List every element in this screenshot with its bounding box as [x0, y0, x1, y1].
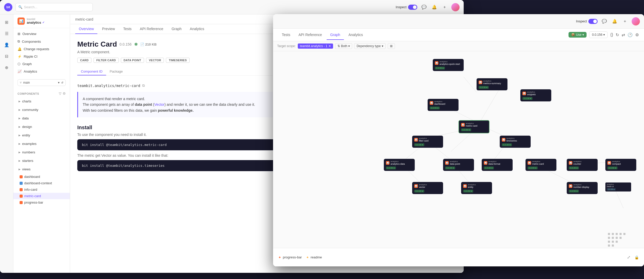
- filter-dep-type-dropdown[interactable]: Dependency type ▾: [354, 43, 385, 49]
- graph-node-analytics-quick-start[interactable]: 📊 analytics analytics-quick-start 0.0.56…: [433, 59, 464, 71]
- graph-use-button[interactable]: 📦 Use ▾: [569, 32, 587, 38]
- sidebar-item-components[interactable]: ⧉ Components: [13, 38, 70, 45]
- graph-node-snippets[interactable]: 📊 analytics snippets 0.0.36 ●: [520, 89, 551, 101]
- graph-plus-icon[interactable]: +: [621, 18, 629, 25]
- sidebar-item-change-requests[interactable]: 🔔 Change requests: [13, 45, 70, 53]
- graph-user-avatar[interactable]: [632, 17, 640, 25]
- bottom-progress-bar[interactable]: ✦ progress-bar: [278, 255, 302, 259]
- tag-data-point[interactable]: DATA POINT: [121, 58, 144, 63]
- graph-node-entity[interactable]: 📊 analytics entity 0.0.56 ●: [461, 182, 492, 194]
- bottom-readme[interactable]: ✦ readme: [306, 255, 322, 259]
- sidebar-item-graph[interactable]: ⬡ Graph: [13, 60, 70, 68]
- tab-graph[interactable]: Graph: [168, 24, 185, 34]
- icon-bar-crosshair[interactable]: ⊕: [2, 63, 11, 72]
- icon-bar-table[interactable]: ⊟: [2, 51, 11, 61]
- group-views-item[interactable]: ▶ views: [13, 166, 70, 172]
- graph-node-number-display[interactable]: 📊 analytics number-display 0.0.56 ●: [567, 182, 598, 194]
- icon-bar-home[interactable]: ⊞: [2, 18, 11, 27]
- leaf-dashboard[interactable]: dashboard: [13, 173, 70, 180]
- leaf-info-card[interactable]: info-card: [13, 186, 70, 193]
- tag-timeseries[interactable]: TIMESERIES: [166, 58, 190, 63]
- group-examples-item[interactable]: ▶ examples: [13, 141, 70, 147]
- group-entity-item[interactable]: ▶ entity: [13, 132, 70, 138]
- graph-node-base-ui[interactable]: analytics base-ui 0.0.36 ●: [605, 182, 631, 191]
- bell-icon[interactable]: 🔔: [431, 4, 438, 11]
- graph-sliders-icon[interactable]: ⚙: [635, 32, 639, 37]
- filter-scope-chip[interactable]: teambit.analytics - 1 ✕: [298, 43, 333, 49]
- plus-icon[interactable]: +: [441, 4, 448, 11]
- branch-selector[interactable]: ⑂ main ▾ ↺: [18, 79, 66, 86]
- filter-icon[interactable]: ▽: [59, 92, 62, 95]
- user-avatar[interactable]: [451, 3, 460, 11]
- inspect-toggle-pill[interactable]: [408, 5, 417, 10]
- group-charts-item[interactable]: ▶ charts: [13, 98, 70, 104]
- graph-node-data-format[interactable]: 📊 analytics data-format 0.0.36 ●: [482, 159, 513, 171]
- settings-icon[interactable]: ⚙: [63, 92, 66, 95]
- group-community-item[interactable]: ▶ community: [13, 107, 70, 113]
- tag-card[interactable]: CARD: [77, 58, 91, 63]
- graph-refresh-icon[interactable]: ↻: [616, 32, 619, 37]
- graph-node-counter[interactable]: 📊 analytics counter 0.0.36 ●: [567, 159, 598, 171]
- leaf-metric-card[interactable]: metric-card: [13, 193, 70, 199]
- group-data-item[interactable]: ▶ data: [13, 115, 70, 121]
- svg-rect-22: [620, 237, 622, 239]
- graph-code-icon[interactable]: {}: [610, 32, 613, 37]
- lock-icon[interactable]: 🔒: [634, 255, 639, 259]
- graph-node-dashboard[interactable]: 📊 analytics dashboard 0.0.56 ●: [428, 99, 459, 111]
- graph-tab-graph[interactable]: Graph: [327, 30, 344, 40]
- graph-tab-api[interactable]: API Reference: [295, 30, 326, 40]
- graph-canvas[interactable]: 📊 analytics analytics-quick-start 0.0.56…: [273, 51, 644, 262]
- tag-filter-card[interactable]: FILTER CARD: [94, 58, 119, 63]
- group-design-item[interactable]: ▶ design: [13, 124, 70, 130]
- filter-close-icon[interactable]: ✕: [328, 44, 331, 48]
- leaf-dashboard-context[interactable]: dashboard-context: [13, 180, 70, 186]
- graph-chat-icon[interactable]: 💬: [601, 18, 608, 25]
- icon-bar-layers[interactable]: ☰: [2, 29, 11, 38]
- graph-node-vector[interactable]: 📊 analytics vector 0.0.36 ●: [412, 182, 443, 194]
- tab-overview[interactable]: Overview: [75, 24, 97, 34]
- sidebar-item-ripple-ci[interactable]: ⚡ Ripple CI: [13, 53, 70, 60]
- tab-api-reference[interactable]: API Reference: [136, 24, 167, 34]
- tab-analytics[interactable]: Analytics: [186, 24, 208, 34]
- graph-bell-icon[interactable]: 🔔: [611, 18, 618, 25]
- tag-vector[interactable]: VECTOR: [146, 58, 164, 63]
- tab-preview[interactable]: Preview: [98, 24, 118, 34]
- chat-icon[interactable]: 💬: [420, 4, 428, 11]
- group-data: ▶ data: [13, 114, 70, 123]
- graph-node-metric-card-2[interactable]: 📊 analytics metric-card 0.0.56 ●: [526, 159, 556, 171]
- sidebar-item-overview[interactable]: ⊞ Overview: [13, 30, 70, 38]
- graph-toggle-pill[interactable]: [588, 19, 598, 24]
- graph-node-timeseries[interactable]: 📊 analytics timeseries 0.0.36 ●: [500, 136, 531, 148]
- sidebar-item-analytics[interactable]: 📈 Analytics: [13, 68, 70, 75]
- graph-node-filter-card[interactable]: 📊 analytics filter-card 0.0.36 ●: [412, 136, 443, 148]
- graph-tab-tests[interactable]: Tests: [278, 30, 294, 40]
- sidebar-logo: 📊: [18, 18, 25, 25]
- app-logo: bit: [4, 3, 12, 11]
- graph-inspect-toggle[interactable]: Inspect: [576, 19, 598, 24]
- group-numbers-item[interactable]: ▶ numbers: [13, 149, 70, 155]
- icon-bar-person[interactable]: 👤: [2, 40, 11, 49]
- graph-tab-analytics[interactable]: Analytics: [345, 30, 367, 40]
- graph-top-bar: Inspect 💬 🔔 +: [273, 14, 644, 29]
- graph-node-metrics-summary[interactable]: 📊 analytics metrics-summary 0.0.36 ●: [477, 78, 507, 90]
- graph-node-compact[interactable]: 📊 analytics compact 0.0.56 ●: [605, 159, 636, 171]
- package-tab[interactable]: Package: [106, 68, 126, 75]
- graph-version-selector[interactable]: 0.0.156 ▾: [589, 31, 608, 38]
- tab-tests[interactable]: Tests: [120, 24, 135, 34]
- graph-history-icon[interactable]: 🕐: [628, 32, 633, 37]
- copy-button[interactable]: ⧉: [142, 83, 145, 88]
- comp-id-tab[interactable]: Component ID: [77, 68, 106, 75]
- expand-icon[interactable]: ⤢: [627, 255, 630, 260]
- graph-node-analytics-data[interactable]: 📊 analytics analytics-data 0.0.56 ●: [384, 159, 415, 171]
- filter-both-dropdown[interactable]: ⇅ Both ▾: [335, 43, 352, 49]
- snowflake-icon[interactable]: ❄: [134, 42, 138, 47]
- search-bar[interactable]: 🔍 Search...: [15, 3, 93, 11]
- graph-node-metric-card-main[interactable]: 📊 analytics metric-card 0.0.56 ●: [459, 120, 489, 133]
- branch-reset-icon[interactable]: ↺: [61, 81, 63, 84]
- inspect-toggle[interactable]: Inspect: [396, 5, 417, 10]
- graph-compare-icon[interactable]: ⇄: [622, 32, 625, 37]
- leaf-progress-bar[interactable]: progress-bar: [13, 199, 70, 206]
- group-starters-item[interactable]: ▶ starters: [13, 158, 70, 164]
- filter-layout-btn[interactable]: ⊞: [388, 43, 395, 49]
- graph-node-data-point[interactable]: 📊 analytics data-point 0.0.36 ●: [443, 159, 474, 171]
